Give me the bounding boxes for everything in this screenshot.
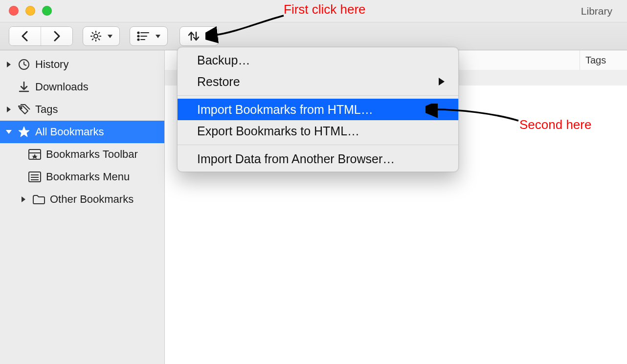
tag-icon	[17, 103, 31, 116]
svg-line-6	[98, 39, 100, 40]
sidebar-item-other-bookmarks[interactable]: Other Bookmarks	[0, 188, 164, 211]
sidebar-item-label: Bookmarks Toolbar	[46, 148, 138, 161]
sidebar-item-tags[interactable]: Tags	[0, 98, 164, 121]
bookmarks-toolbar-icon	[27, 149, 42, 160]
zoom-window-button[interactable]	[42, 6, 52, 16]
svg-point-22	[20, 107, 22, 108]
import-export-icon	[187, 30, 201, 42]
gear-icon	[90, 30, 102, 42]
svg-point-9	[137, 32, 139, 33]
window-title: Library	[581, 5, 612, 17]
sidebar-item-label: Downloads	[35, 81, 89, 93]
minimize-window-button[interactable]	[25, 6, 35, 16]
sidebar-item-label: History	[35, 58, 68, 71]
sidebar-item-bookmarks-toolbar[interactable]: Bookmarks Toolbar	[0, 143, 164, 166]
sidebar-item-bookmarks-menu[interactable]: Bookmarks Menu	[0, 166, 164, 188]
chevron-down-icon	[108, 35, 112, 38]
back-button[interactable]	[9, 27, 41, 45]
menu-item-import-browser[interactable]: Import Data from Another Browser…	[178, 148, 458, 170]
titlebar: Library	[0, 0, 627, 22]
menu-item-label: Export Bookmarks to HTML…	[197, 124, 359, 138]
menu-item-restore[interactable]: Restore	[178, 71, 458, 92]
bookmarks-menu-icon	[27, 171, 42, 183]
svg-point-0	[94, 34, 98, 38]
submenu-arrow-icon	[439, 78, 445, 86]
sidebar-item-all-bookmarks[interactable]: All Bookmarks	[0, 121, 164, 143]
menu-item-label: Backup…	[197, 53, 250, 67]
chevron-right-icon	[52, 31, 61, 42]
sidebar-item-label: All Bookmarks	[35, 126, 104, 138]
disclosure-toggle[interactable]	[20, 196, 27, 202]
chevron-left-icon	[21, 31, 29, 42]
sidebar-item-label: Bookmarks Menu	[46, 171, 130, 183]
forward-button[interactable]	[41, 27, 72, 45]
disclosure-toggle[interactable]	[5, 130, 13, 134]
organize-menu-button[interactable]	[83, 26, 120, 46]
disclosure-toggle[interactable]	[5, 62, 13, 67]
chevron-down-icon	[156, 35, 160, 38]
import-export-menu-button[interactable]	[179, 26, 219, 46]
close-window-button[interactable]	[9, 6, 19, 16]
download-icon	[17, 81, 31, 93]
star-icon	[17, 126, 31, 138]
menu-separator	[178, 145, 458, 145]
menu-item-label: Import Data from Another Browser…	[197, 152, 395, 166]
menu-separator	[178, 95, 458, 96]
menu-item-label: Import Bookmarks from HTML…	[197, 103, 373, 117]
svg-point-11	[137, 39, 139, 40]
svg-line-8	[98, 32, 100, 34]
column-tags-label[interactable]: Tags	[585, 55, 606, 66]
views-menu-button[interactable]	[130, 26, 168, 46]
menu-item-import-html[interactable]: Import Bookmarks from HTML…	[178, 99, 458, 120]
svg-line-19	[24, 64, 26, 65]
window-controls	[9, 6, 52, 16]
disclosure-toggle[interactable]	[5, 107, 13, 112]
menu-item-backup[interactable]: Backup…	[178, 49, 458, 71]
sidebar: History Downloads Tags All Bookmarks	[0, 50, 165, 364]
sidebar-item-history[interactable]: History	[0, 53, 164, 76]
svg-line-5	[92, 32, 93, 34]
list-icon	[137, 31, 150, 41]
chevron-down-icon	[206, 35, 211, 38]
sidebar-item-downloads[interactable]: Downloads	[0, 76, 164, 98]
svg-marker-23	[19, 127, 29, 137]
sidebar-item-label: Tags	[35, 103, 58, 116]
nav-group	[9, 26, 73, 46]
svg-point-10	[137, 35, 139, 37]
toolbar	[0, 22, 627, 50]
svg-marker-26	[32, 154, 38, 159]
clock-icon	[17, 58, 31, 71]
sidebar-item-label: Other Bookmarks	[50, 193, 134, 206]
svg-line-7	[92, 39, 93, 40]
menu-item-export-html[interactable]: Export Bookmarks to HTML…	[178, 120, 458, 142]
import-export-dropdown: Backup… Restore Import Bookmarks from HT…	[177, 47, 459, 172]
menu-item-label: Restore	[197, 75, 240, 89]
folder-icon	[31, 193, 46, 205]
